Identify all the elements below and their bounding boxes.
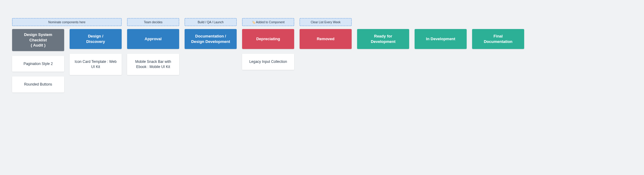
note-team: Team decides <box>127 18 179 26</box>
card-item[interactable]: Legacy Input Collection <box>242 54 294 70</box>
column-depreciating[interactable]: 🏷️ Added to Component Depreciating Legac… <box>242 18 294 70</box>
column-header-audit[interactable]: Design System Checklist ( Audit ) <box>12 29 64 51</box>
group-nominate-columns: Design System Checklist ( Audit ) Pagina… <box>12 29 122 92</box>
column-ready[interactable]: Ready for Development <box>357 18 409 49</box>
column-approval[interactable]: Team decides Approval Mobile Snack Bar w… <box>127 18 179 75</box>
column-header-removed[interactable]: Removed <box>300 29 352 49</box>
column-header-design[interactable]: Design / Discovery <box>70 29 122 49</box>
column-indev[interactable]: In Development <box>415 18 467 49</box>
column-header-depreciating[interactable]: Depreciating <box>242 29 294 49</box>
column-header-docs[interactable]: Documentation / Design Development <box>185 29 237 49</box>
note-nominate: Nominate components here <box>12 18 122 26</box>
column-removed[interactable]: Clear List Every Week Removed <box>300 18 352 49</box>
note-added: 🏷️ Added to Component <box>242 18 294 26</box>
card-item[interactable]: Rounded Buttons <box>12 76 64 92</box>
note-build: Build / QA / Launch <box>185 18 237 26</box>
kanban-board: Nominate components here Design System C… <box>12 18 632 92</box>
card-item[interactable]: Icon Card Template : Web UI Kit <box>70 54 122 75</box>
group-nominate: Nominate components here Design System C… <box>12 18 122 92</box>
note-clear: Clear List Every Week <box>300 18 352 26</box>
column-docs[interactable]: Build / QA / Launch Documentation / Desi… <box>185 18 237 49</box>
column-header-final[interactable]: Final Documentation <box>472 29 524 49</box>
column-audit[interactable]: Design System Checklist ( Audit ) Pagina… <box>12 29 64 92</box>
card-item[interactable]: Pagination Style 2 <box>12 56 64 72</box>
column-header-approval[interactable]: Approval <box>127 29 179 49</box>
column-design[interactable]: Design / Discovery Icon Card Template : … <box>70 29 122 92</box>
column-header-indev[interactable]: In Development <box>415 29 467 49</box>
column-header-ready[interactable]: Ready for Development <box>357 29 409 49</box>
card-item[interactable]: Mobile Snack Bar with Ebook : Mobile UI … <box>127 54 179 75</box>
column-final[interactable]: Final Documentation <box>472 18 524 49</box>
